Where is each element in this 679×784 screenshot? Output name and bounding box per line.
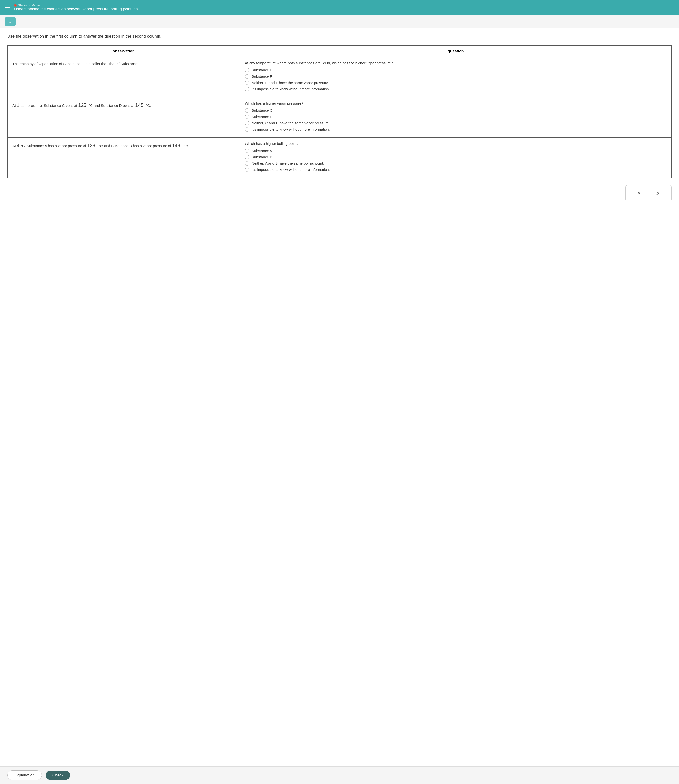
option-label: It's impossible to know without more inf…	[252, 127, 330, 131]
radio-option[interactable]: Substance D	[245, 114, 666, 119]
table-row: At 1 atm pressure, Substance C boils at …	[8, 97, 672, 138]
option-label: It's impossible to know without more inf…	[252, 87, 330, 91]
explanation-button[interactable]: Explanation	[7, 770, 42, 780]
header: States of Matter Understanding the conne…	[0, 0, 679, 15]
radio-circle[interactable]	[245, 161, 249, 166]
radio-circle[interactable]	[245, 68, 249, 72]
header-main-title: Understanding the connection between vap…	[14, 7, 141, 11]
option-label: Substance D	[252, 114, 272, 119]
radio-option[interactable]: Neither, C and D have the same vapor pre…	[245, 121, 666, 125]
reset-button[interactable]: ↺	[653, 189, 662, 198]
large-number: 128.	[87, 143, 97, 148]
observation-text-3: At 4 °C, Substance A has a vapor pressur…	[13, 144, 189, 148]
option-label: Neither, A and B have the same boiling p…	[252, 161, 324, 165]
menu-icon[interactable]	[5, 6, 10, 9]
radio-circle[interactable]	[245, 74, 249, 79]
table-row: At 4 °C, Substance A has a vapor pressur…	[8, 138, 672, 178]
radio-circle[interactable]	[245, 155, 249, 159]
reset-icon: ↺	[655, 190, 659, 196]
question-prompt-1: At any temperature where both substances…	[245, 61, 666, 65]
large-number: 125.	[78, 102, 88, 108]
action-box: × ↺	[625, 185, 672, 201]
action-row: × ↺	[7, 185, 672, 201]
question-cell-3: Which has a higher boiling point? Substa…	[240, 138, 671, 178]
close-button[interactable]: ×	[635, 189, 643, 197]
question-cell-1: At any temperature where both substances…	[240, 57, 671, 97]
close-icon: ×	[638, 190, 641, 196]
option-label: It's impossible to know without more inf…	[252, 167, 330, 172]
radio-circle[interactable]	[245, 108, 249, 113]
instruction-text: Use the observation in the first column …	[7, 33, 672, 39]
large-number: 4	[17, 143, 19, 148]
option-label: Substance F	[252, 74, 272, 78]
option-label: Substance E	[252, 68, 272, 72]
question-prompt-2: Which has a higher vapor pressure?	[245, 101, 666, 105]
option-label: Substance A	[252, 149, 272, 153]
question-cell-2: Which has a higher vapor pressure? Subst…	[240, 97, 671, 138]
col1-header: observation	[8, 45, 240, 57]
radio-option[interactable]: Substance F	[245, 74, 666, 79]
large-number: 145.	[135, 102, 145, 108]
radio-option[interactable]: It's impossible to know without more inf…	[245, 87, 666, 91]
large-number: 1	[17, 102, 19, 108]
radio-circle[interactable]	[245, 167, 249, 172]
radio-circle[interactable]	[245, 114, 249, 119]
header-subtitle-text: States of Matter	[18, 3, 40, 7]
status-dot	[14, 4, 17, 6]
observation-cell-3: At 4 °C, Substance A has a vapor pressur…	[8, 138, 240, 178]
radio-option[interactable]: Substance B	[245, 155, 666, 159]
large-number: 148.	[172, 143, 181, 148]
observation-text-1: The enthalpy of vaporization of Substanc…	[13, 62, 142, 66]
question-prompt-3: Which has a higher boiling point?	[245, 142, 666, 146]
radio-option[interactable]: Substance C	[245, 108, 666, 113]
radio-circle[interactable]	[245, 121, 249, 125]
radio-circle[interactable]	[245, 149, 249, 153]
radio-circle[interactable]	[245, 127, 249, 131]
observation-cell-1: The enthalpy of vaporization of Substanc…	[8, 57, 240, 97]
radio-option[interactable]: Neither, A and B have the same boiling p…	[245, 161, 666, 166]
radio-option[interactable]: It's impossible to know without more inf…	[245, 127, 666, 131]
header-subtitle: States of Matter	[14, 3, 141, 7]
radio-circle[interactable]	[245, 87, 249, 91]
main-content: Use the observation in the first column …	[0, 28, 679, 784]
option-label: Neither, E and F have the same vapor pre…	[252, 81, 329, 85]
col2-header: question	[240, 45, 671, 57]
footer: Explanation Check	[0, 766, 679, 784]
observation-cell-2: At 1 atm pressure, Substance C boils at …	[8, 97, 240, 138]
radio-option[interactable]: It's impossible to know without more inf…	[245, 167, 666, 172]
option-label: Substance C	[252, 108, 272, 113]
chevron-down-icon: ⌄	[8, 19, 12, 24]
radio-circle[interactable]	[245, 81, 249, 85]
observation-text-2: At 1 atm pressure, Substance C boils at …	[13, 103, 151, 108]
option-label: Substance B	[252, 155, 272, 159]
radio-option[interactable]: Neither, E and F have the same vapor pre…	[245, 81, 666, 85]
header-title-group: States of Matter Understanding the conne…	[14, 3, 141, 11]
option-label: Neither, C and D have the same vapor pre…	[252, 121, 330, 125]
radio-option[interactable]: Substance E	[245, 68, 666, 72]
question-table: observation question The enthalpy of vap…	[7, 45, 672, 178]
check-button[interactable]: Check	[45, 771, 70, 780]
collapse-button[interactable]: ⌄	[5, 17, 16, 26]
table-row: The enthalpy of vaporization of Substanc…	[8, 57, 672, 97]
radio-option[interactable]: Substance A	[245, 149, 666, 153]
